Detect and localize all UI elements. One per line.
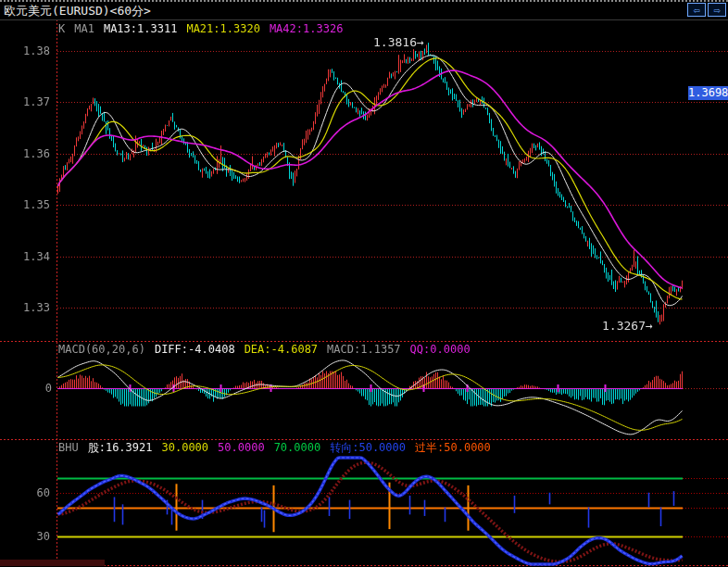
nav-buttons: ⇦ ⇨ [687,3,726,17]
bhu-label-30: 30 [28,530,50,543]
legend-k: K [58,22,65,35]
y-axis-label-138: 1.38 [4,44,50,57]
legend-bhu-70: 70.0000 [274,441,321,454]
macd-legend: MACD(60,20,6) DIFF:-4.0408 DEA:-4.6087 M… [58,343,480,356]
legend-bhu-half: 过半:50.0000 [415,441,491,454]
last-price-tag: 1.3698 [688,86,728,100]
legend-ma21: MA21:1.3320 [186,22,259,35]
legend-ma42: MA42:1.3326 [270,22,343,35]
legend-bhu-30: 30.0000 [161,441,208,454]
legend-bhu-50: 50.0000 [218,441,265,454]
y-axis-label-134: 1.34 [4,250,50,263]
y-axis-label-133: 1.33 [4,301,50,314]
legend-dea: DEA:-4.6087 [245,343,318,356]
legend-ma1: MA1 [74,22,94,35]
legend-qq: QQ:0.0000 [410,343,471,356]
bhu-label-60: 60 [28,486,50,499]
legend-bhu-turn: 转向:50.0000 [330,441,406,454]
high-price-annotation: 1.3816→ [373,36,424,49]
forward-arrow-icon[interactable]: ⇨ [708,3,726,17]
legend-bhu-k: 股:16.3921 [88,441,153,454]
macd-zero-label: 0 [35,382,52,395]
bottom-left-strip [0,560,105,566]
main-chart-legend: K MA1 MA13:1.3311 MA21:1.3320 MA42:1.332… [58,22,352,35]
legend-macd-params: MACD(60,20,6) [58,343,145,356]
low-price-annotation: 1.3267→ [602,320,653,333]
back-arrow-icon[interactable]: ⇦ [687,3,706,17]
y-axis-label-135: 1.35 [4,198,50,211]
chart-canvas[interactable] [0,2,728,567]
y-axis-label-136: 1.36 [4,147,50,160]
legend-macd-value: MACD:1.1357 [327,343,400,356]
trading-app-window: 欧元美元(EURUSD)<60分> ⇦ ⇨ K MA1 MA13:1.3311 … [0,0,728,567]
legend-diff: DIFF:-4.0408 [155,343,235,356]
bhu-legend: BHU 股:16.3921 30.0000 50.0000 70.0000 转向… [58,441,500,454]
y-axis-label-137: 1.37 [4,95,50,108]
legend-bhu: BHU [58,441,79,454]
window-title: 欧元美元(EURUSD)<60分> [4,3,151,19]
legend-ma13: MA13:1.3311 [104,22,177,35]
title-bar: 欧元美元(EURUSD)<60分> ⇦ ⇨ [0,2,728,20]
